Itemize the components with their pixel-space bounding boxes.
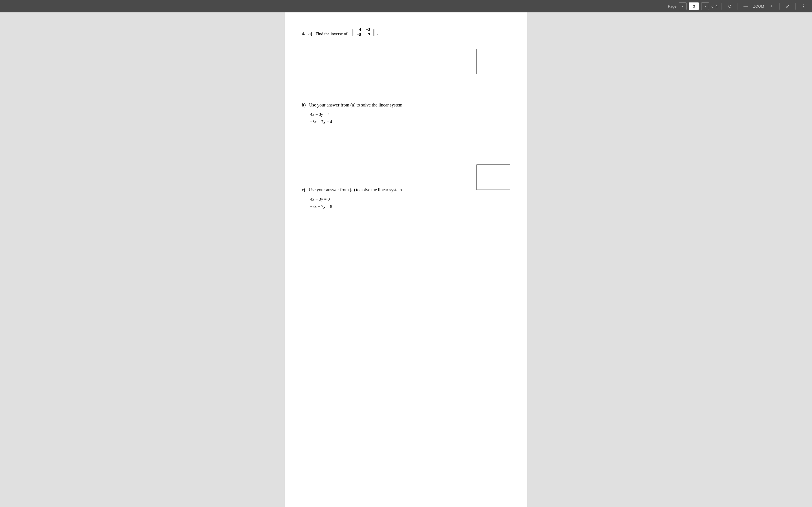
reset-icon: ↺	[728, 4, 732, 9]
toolbar: Page ‹ › of 4 ↺ — ZOOM + ⤢ ⋮	[0, 0, 812, 12]
document-page: 4. a) Find the inverse of [ 4 −3 −8 7 ] …	[285, 12, 527, 507]
chevron-left-icon: ‹	[682, 4, 683, 8]
part-b-text: Use your answer from (a) to solve the li…	[309, 103, 403, 107]
more-icon: ⋮	[801, 4, 806, 9]
bracket-right: ]	[372, 27, 375, 37]
chevron-right-icon: ›	[705, 4, 706, 8]
zoom-in-button[interactable]: +	[767, 2, 775, 10]
bracket-left: [	[352, 27, 355, 37]
part-b-header: b) Use your answer from (a) to solve the…	[302, 103, 510, 108]
page-label: Page	[668, 4, 676, 8]
minus-icon: —	[744, 4, 748, 9]
part-a-text: Find the inverse of	[315, 32, 347, 36]
part-c-section: c) Use your answer from (a) to solve the…	[302, 187, 510, 210]
part-b-eq2: −8x + 7y = 4	[310, 118, 510, 126]
matrix-r2c2: 7	[366, 33, 370, 37]
part-a-letter: a)	[308, 31, 312, 36]
matrix-r2c1: −8	[357, 33, 361, 37]
expand-icon: ⤢	[786, 4, 790, 9]
reset-button[interactable]: ↺	[726, 2, 733, 10]
question-4-header: 4. a) Find the inverse of [ 4 −3 −8 7 ] …	[302, 26, 510, 38]
part-b-equations: 4x − 3y = 4 −8x + 7y = 4	[310, 111, 510, 125]
left-margin	[262, 12, 285, 507]
zoom-label: ZOOM	[753, 4, 764, 8]
period: .	[377, 31, 378, 36]
page-count-label: of 4	[711, 4, 718, 8]
part-c-eq1: 4x − 3y = 0	[310, 196, 510, 203]
matrix-r1c1: 4	[357, 27, 361, 32]
part-b-section: b) Use your answer from (a) to solve the…	[302, 103, 510, 125]
page-number-input[interactable]	[689, 2, 699, 10]
more-options-button[interactable]: ⋮	[800, 2, 808, 10]
part-b-letter: b)	[302, 103, 306, 107]
answer-box-1[interactable]	[476, 49, 510, 74]
part-b-eq1: 4x − 3y = 4	[310, 111, 510, 118]
expand-button[interactable]: ⤢	[783, 2, 792, 10]
divider-4	[795, 3, 796, 10]
part-c-eq2: −8x + 7y = 8	[310, 203, 510, 210]
next-page-button[interactable]: ›	[701, 2, 709, 10]
right-margin	[527, 12, 550, 507]
part-c-equations: 4x − 3y = 0 −8x + 7y = 8	[310, 196, 510, 210]
zoom-out-button[interactable]: —	[742, 2, 750, 10]
matrix-r1c2: −3	[366, 27, 370, 32]
matrix-display: [ 4 −3 −8 7 ]	[352, 26, 375, 38]
part-c-letter: c)	[302, 187, 305, 192]
plus-icon: +	[770, 4, 772, 9]
divider-2	[738, 3, 738, 10]
answer-box-2[interactable]	[476, 165, 510, 190]
prev-page-button[interactable]: ‹	[679, 2, 687, 10]
question-number: 4.	[302, 31, 305, 36]
divider-1	[721, 3, 722, 10]
matrix-grid: 4 −3 −8 7	[355, 26, 372, 38]
part-c-text: Use your answer from (a) to solve the li…	[308, 187, 403, 192]
main-content-area: 4. a) Find the inverse of [ 4 −3 −8 7 ] …	[0, 12, 812, 507]
